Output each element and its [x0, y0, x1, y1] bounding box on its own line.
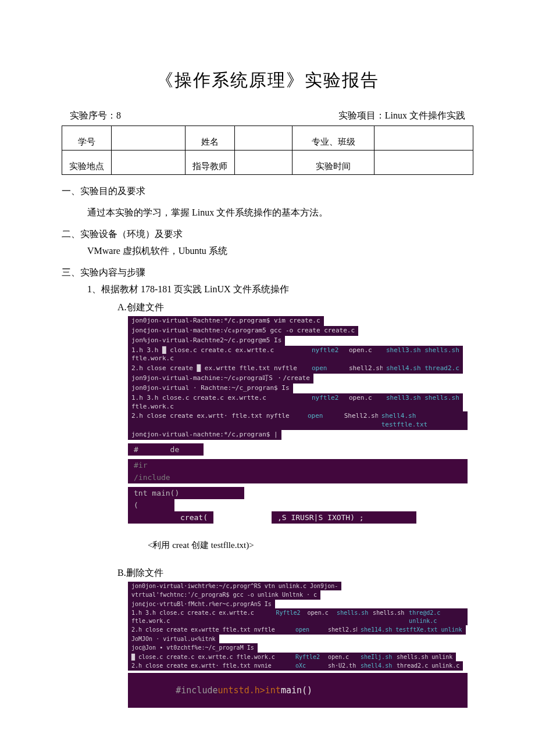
cell-student-id-value [111, 126, 185, 151]
term-seg: shell4.sh thread2.c [383, 364, 463, 374]
code-line: tnt main() [128, 487, 244, 499]
term-line: jon¢jon-virtual·machtne:√c₀program5 gcc … [128, 326, 358, 336]
section-3-title: 三、实验内容与步骤 [62, 267, 473, 279]
term-line: 2.h close create ex.wrtt· ftle.txt nvnie… [128, 661, 468, 671]
term-seg: oXc [292, 661, 324, 671]
table-row: 实验地点 指导教师 实验时间 [62, 151, 473, 175]
term-seg: 1.h 3.h close.c create.c ex.wrtte.c ftle… [128, 608, 272, 625]
term-seg: sheIlj.sh [357, 653, 393, 662]
cell-class-label: 专业、班级 [292, 126, 374, 151]
code-block-A: # de #ir /include tnt main() ( creat( ,S… [128, 443, 468, 524]
section-1-body: 通过本实验的学习，掌握 Linux 文件系统操作的基本方法。 [87, 207, 473, 219]
term-line: jon¢joc·vtrtuВl·fMcht.r%er~c.progrAnS Is [128, 600, 275, 609]
code-seg: main() [281, 685, 312, 696]
term-line: JoMJOn · virtual.u<%it∩k [128, 635, 219, 644]
code-seg: creat( [174, 511, 213, 524]
code-seg [128, 511, 174, 524]
cell-student-id-label: 学号 [62, 126, 112, 151]
cell-time-value [374, 151, 473, 175]
cell-location-label: 实验地点 [62, 151, 112, 175]
caption-A: <利用 creat 创建 testflle.txt)> [148, 540, 473, 551]
term-line: jon¢jon-virtual-nachtne:*/c,progran$ | [128, 430, 281, 440]
term-line: jon%jon-virtual-Rachtne2~/c.progr@m5 Is [128, 336, 285, 346]
term-seg: shells.sh unlink [393, 653, 456, 662]
cell-teacher-label: 指导教师 [186, 151, 235, 175]
cell-name-value [234, 126, 292, 151]
term-seg: shell3.sh shells.sh [383, 393, 463, 412]
term-line: 1.h 3.h █ close.c create.c ex.wrtte.c ft… [128, 346, 468, 364]
code-seg: int [265, 685, 281, 696]
term-line: jon9jon-virtual-machine:~/c₀progra叮S ・/c… [128, 374, 313, 384]
term-seg: open.c [324, 653, 357, 662]
cell-teacher-value [234, 151, 292, 175]
exp-project: 实验项目：Linux 文件操作实践 [338, 110, 465, 122]
term-seg: Shell2.sh [341, 411, 378, 430]
code-seg: untstd.h> [218, 685, 265, 696]
term-seg: Ryftle2 [292, 653, 324, 662]
term-line: jon0jon-virtual-Rachtne:*/c.program$ vim… [128, 316, 324, 326]
meta-row: 实验序号：8 实验项目：Linux 文件操作实践 [70, 110, 465, 122]
term-seg: open [304, 411, 341, 430]
term-seg: shell3.sh shells.sh [383, 346, 463, 364]
term-seg: thre@d2.c unlink.c [405, 608, 468, 625]
exp-seq: 实验序号：8 [70, 110, 121, 122]
cell-time-label: 实验时间 [292, 151, 374, 175]
term-seg: Ryftle2 [272, 608, 304, 625]
term-line: vtrtual'fwchtnc:'/c_prograR$ gcc -o unli… [128, 590, 320, 600]
page: 《操作系统原理》实验报告 实验序号：8 实验项目：Linux 文件操作实践 学号… [0, 0, 535, 743]
term-seg: shell2.sh [345, 364, 383, 374]
term-seg: shells.sh [369, 608, 405, 625]
term-seg: 2.h close create ex.wrtt· ftle.txt nyftl… [128, 411, 304, 430]
code-seg: #include [176, 685, 217, 696]
terminal-output-A: jon0jon-virtual-Rachtne:*/c.program$ vim… [128, 316, 468, 440]
term-seg: open.c [345, 346, 383, 364]
term-seg: nyftle2 [308, 346, 345, 364]
info-table: 学号 姓名 专业、班级 实验地点 指导教师 实验时间 [62, 126, 473, 175]
term-line: 1.h 3.h close.c create.c ex.wrtte.c ftle… [128, 608, 468, 625]
term-line: jon0jon-virtual·iwchtr%e:~/c,progr^RS vt… [128, 582, 341, 591]
section-2-body: VMware 虚拟机软件，Ubuntu 系统 [87, 245, 473, 257]
code-block-B: #includeuntstd.h>intmain() [128, 673, 468, 708]
code-line: # de [128, 443, 204, 456]
subsection-B: B.删除文件 [117, 567, 473, 579]
code-line: #ir [128, 459, 468, 471]
term-seg: shells.sh [333, 608, 369, 625]
cell-name-label: 姓名 [186, 126, 235, 151]
term-line: █ close.c create.c ex.wrtte.c ftle.work.… [128, 653, 468, 662]
terminal-output-B: jon0jon-virtual·iwchtr%e:~/c,progr^RS vt… [128, 582, 468, 671]
cell-class-value [374, 126, 473, 151]
section-2-title: 二、实验设备（环境）及要求 [62, 228, 473, 241]
term-seg: open.c [345, 393, 383, 412]
term-seg: █ close.c create.c ex.wrtte.c ftle.work.… [128, 653, 292, 662]
code-line: #includeuntstd.h>intmain() [128, 673, 468, 708]
term-seg: thread2.c unlink.c [393, 661, 463, 671]
term-seg: 1.h 3.h close.c create.c ex.wrtte.c ftle… [128, 393, 308, 412]
term-line: 2.h close create ex₀wrtte ftle.txt nvftl… [128, 625, 468, 635]
term-line: jon0jon-virtual · Rachtne:~/c_progran$ I… [128, 384, 293, 393]
term-line: 2.h close create ex.wrtt· ftle.txt nyftl… [128, 411, 468, 430]
code-line: ( [128, 499, 174, 511]
code-seg [370, 511, 416, 524]
term-seg: nyftle2 [308, 393, 345, 412]
code-line: /include [128, 471, 468, 483]
code-seg: ,S IRUSR|S IXOTH) ; [272, 511, 370, 524]
table-row: 学号 姓名 专业、班级 [62, 126, 473, 151]
term-seg: shetl2.sh [324, 625, 357, 635]
cell-location-value [111, 151, 185, 175]
term-seg: sh·U2.th [324, 661, 357, 671]
subsection-A: A.创建文件 [117, 302, 473, 314]
term-seg: open [308, 364, 345, 374]
term-seg: open [292, 625, 324, 635]
term-seg: shell4.sh [357, 661, 393, 671]
step-1: 1、根据教材 178-181 页实践 LinUX 文件系统操作 [87, 284, 473, 296]
term-seg: 1.h 3.h █ close.c create.c ex.wrtte.c ft… [128, 346, 308, 364]
term-seg: shell4.sh testftle.txt [378, 411, 468, 430]
term-seg: 2.h close create ex₀wrtte ftle.txt nvftl… [128, 625, 292, 635]
term-line: joc@Jon • vt0zchtf%e:~/c_prograM Is [128, 643, 258, 653]
term-line: 2.h close create █ ex.wrtte ftle.txt nvf… [128, 364, 468, 374]
term-seg: she114.sh testftXe.txt unlink [357, 625, 466, 635]
term-seg: 2.h close create ex.wrtt· ftle.txt nvnie [128, 661, 292, 671]
doc-title: 《操作系统原理》实验报告 [62, 69, 473, 92]
term-seg: 2.h close create █ ex.wrtte ftle.txt nvf… [128, 364, 308, 374]
term-line: 1.h 3.h close.c create.c ex.wrtte.c ftle… [128, 393, 468, 412]
